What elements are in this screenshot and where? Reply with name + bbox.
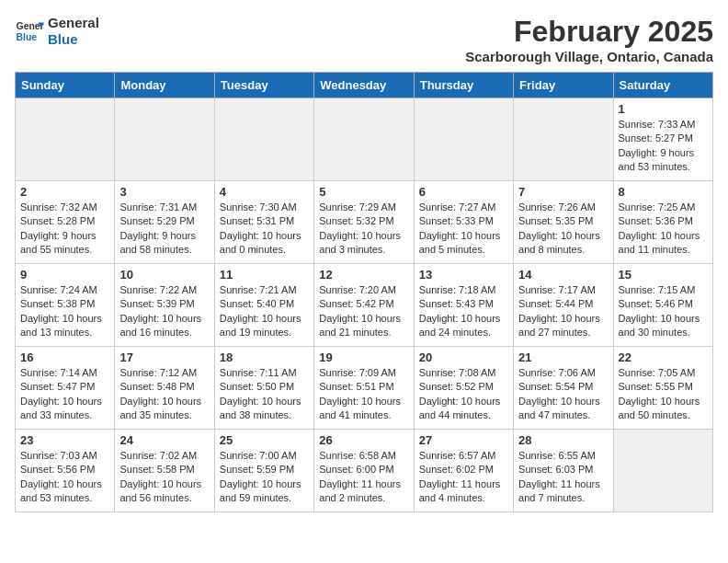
calendar-cell: 26Sunrise: 6:58 AM Sunset: 6:00 PM Dayli… bbox=[314, 430, 414, 512]
day-number: 2 bbox=[20, 185, 109, 199]
calendar-week-row: 9Sunrise: 7:24 AM Sunset: 5:38 PM Daylig… bbox=[16, 264, 713, 347]
month-title: February 2025 bbox=[465, 15, 713, 49]
day-number: 15 bbox=[619, 268, 708, 282]
day-number: 20 bbox=[419, 350, 508, 364]
calendar-cell: 14Sunrise: 7:17 AM Sunset: 5:44 PM Dayli… bbox=[514, 264, 613, 347]
svg-text:Blue: Blue bbox=[17, 32, 38, 42]
calendar-week-row: 1Sunrise: 7:33 AM Sunset: 5:27 PM Daylig… bbox=[16, 98, 713, 181]
day-info: Sunrise: 7:31 AM Sunset: 5:29 PM Dayligh… bbox=[119, 201, 209, 258]
weekday-header: Friday bbox=[514, 73, 613, 98]
day-number: 22 bbox=[619, 350, 708, 364]
day-info: Sunrise: 7:26 AM Sunset: 5:35 PM Dayligh… bbox=[518, 201, 608, 258]
day-number: 8 bbox=[619, 185, 708, 199]
weekday-header: Saturday bbox=[613, 73, 712, 98]
calendar-cell bbox=[514, 98, 613, 181]
calendar-cell bbox=[115, 98, 214, 181]
day-number: 27 bbox=[419, 433, 508, 447]
day-number: 3 bbox=[119, 185, 209, 199]
calendar-cell bbox=[16, 98, 115, 181]
weekday-header: Thursday bbox=[414, 73, 513, 98]
day-info: Sunrise: 7:02 AM Sunset: 5:58 PM Dayligh… bbox=[119, 449, 209, 506]
day-info: Sunrise: 7:05 AM Sunset: 5:55 PM Dayligh… bbox=[619, 366, 708, 423]
day-number: 21 bbox=[518, 350, 608, 364]
day-info: Sunrise: 7:09 AM Sunset: 5:51 PM Dayligh… bbox=[319, 366, 408, 423]
day-number: 10 bbox=[119, 268, 209, 282]
day-number: 19 bbox=[319, 350, 408, 364]
day-number: 4 bbox=[220, 185, 309, 199]
calendar-table: SundayMondayTuesdayWednesdayThursdayFrid… bbox=[15, 72, 713, 512]
day-number: 26 bbox=[319, 433, 408, 447]
calendar-week-row: 23Sunrise: 7:03 AM Sunset: 5:56 PM Dayli… bbox=[16, 430, 713, 512]
calendar-cell: 9Sunrise: 7:24 AM Sunset: 5:38 PM Daylig… bbox=[16, 264, 115, 347]
day-info: Sunrise: 7:29 AM Sunset: 5:32 PM Dayligh… bbox=[319, 201, 408, 258]
day-info: Sunrise: 7:30 AM Sunset: 5:31 PM Dayligh… bbox=[220, 201, 309, 258]
calendar-cell: 21Sunrise: 7:06 AM Sunset: 5:54 PM Dayli… bbox=[514, 347, 613, 430]
day-number: 23 bbox=[20, 433, 109, 447]
day-info: Sunrise: 7:20 AM Sunset: 5:42 PM Dayligh… bbox=[319, 283, 408, 340]
day-info: Sunrise: 7:17 AM Sunset: 5:44 PM Dayligh… bbox=[518, 283, 608, 340]
day-info: Sunrise: 7:32 AM Sunset: 5:28 PM Dayligh… bbox=[20, 201, 109, 258]
calendar-cell: 18Sunrise: 7:11 AM Sunset: 5:50 PM Dayli… bbox=[214, 347, 313, 430]
day-info: Sunrise: 6:57 AM Sunset: 6:02 PM Dayligh… bbox=[419, 449, 508, 506]
day-number: 17 bbox=[119, 350, 209, 364]
calendar-cell: 8Sunrise: 7:25 AM Sunset: 5:36 PM Daylig… bbox=[613, 181, 712, 264]
day-number: 11 bbox=[220, 268, 309, 282]
calendar-cell: 17Sunrise: 7:12 AM Sunset: 5:48 PM Dayli… bbox=[115, 347, 214, 430]
logo: General Blue General Blue bbox=[15, 15, 99, 48]
day-info: Sunrise: 7:06 AM Sunset: 5:54 PM Dayligh… bbox=[518, 366, 608, 423]
calendar-cell: 13Sunrise: 7:18 AM Sunset: 5:43 PM Dayli… bbox=[414, 264, 513, 347]
day-number: 6 bbox=[419, 185, 508, 199]
day-number: 1 bbox=[619, 102, 708, 116]
calendar-cell: 15Sunrise: 7:15 AM Sunset: 5:46 PM Dayli… bbox=[613, 264, 712, 347]
calendar-cell: 28Sunrise: 6:55 AM Sunset: 6:03 PM Dayli… bbox=[514, 430, 613, 512]
logo-blue: Blue bbox=[48, 31, 99, 48]
calendar-cell bbox=[314, 98, 414, 181]
day-info: Sunrise: 7:14 AM Sunset: 5:47 PM Dayligh… bbox=[20, 366, 109, 423]
calendar-cell: 25Sunrise: 7:00 AM Sunset: 5:59 PM Dayli… bbox=[214, 430, 313, 512]
calendar-cell: 27Sunrise: 6:57 AM Sunset: 6:02 PM Dayli… bbox=[414, 430, 513, 512]
title-block: February 2025 Scarborough Village, Ontar… bbox=[465, 15, 713, 64]
logo-icon: General Blue bbox=[15, 17, 44, 46]
calendar-cell: 1Sunrise: 7:33 AM Sunset: 5:27 PM Daylig… bbox=[613, 98, 712, 181]
calendar-cell: 11Sunrise: 7:21 AM Sunset: 5:40 PM Dayli… bbox=[214, 264, 313, 347]
day-number: 24 bbox=[119, 433, 209, 447]
calendar-cell: 10Sunrise: 7:22 AM Sunset: 5:39 PM Dayli… bbox=[115, 264, 214, 347]
day-info: Sunrise: 7:25 AM Sunset: 5:36 PM Dayligh… bbox=[619, 201, 708, 258]
calendar-cell: 20Sunrise: 7:08 AM Sunset: 5:52 PM Dayli… bbox=[414, 347, 513, 430]
calendar-cell: 12Sunrise: 7:20 AM Sunset: 5:42 PM Dayli… bbox=[314, 264, 414, 347]
day-info: Sunrise: 6:58 AM Sunset: 6:00 PM Dayligh… bbox=[319, 449, 408, 506]
day-number: 7 bbox=[518, 185, 608, 199]
weekday-header: Tuesday bbox=[214, 73, 313, 98]
day-info: Sunrise: 7:33 AM Sunset: 5:27 PM Dayligh… bbox=[619, 118, 708, 175]
weekday-header: Wednesday bbox=[314, 73, 414, 98]
calendar-cell bbox=[414, 98, 513, 181]
day-info: Sunrise: 7:27 AM Sunset: 5:33 PM Dayligh… bbox=[419, 201, 508, 258]
day-number: 14 bbox=[518, 268, 608, 282]
day-info: Sunrise: 7:03 AM Sunset: 5:56 PM Dayligh… bbox=[20, 449, 109, 506]
calendar-cell: 23Sunrise: 7:03 AM Sunset: 5:56 PM Dayli… bbox=[16, 430, 115, 512]
day-info: Sunrise: 7:15 AM Sunset: 5:46 PM Dayligh… bbox=[619, 283, 708, 340]
day-number: 28 bbox=[518, 433, 608, 447]
calendar-cell: 19Sunrise: 7:09 AM Sunset: 5:51 PM Dayli… bbox=[314, 347, 414, 430]
day-info: Sunrise: 7:08 AM Sunset: 5:52 PM Dayligh… bbox=[419, 366, 508, 423]
day-info: Sunrise: 7:21 AM Sunset: 5:40 PM Dayligh… bbox=[220, 283, 309, 340]
calendar-cell: 6Sunrise: 7:27 AM Sunset: 5:33 PM Daylig… bbox=[414, 181, 513, 264]
calendar-cell: 24Sunrise: 7:02 AM Sunset: 5:58 PM Dayli… bbox=[115, 430, 214, 512]
day-info: Sunrise: 7:22 AM Sunset: 5:39 PM Dayligh… bbox=[119, 283, 209, 340]
day-number: 9 bbox=[20, 268, 109, 282]
weekday-header-row: SundayMondayTuesdayWednesdayThursdayFrid… bbox=[16, 73, 713, 98]
calendar-cell: 16Sunrise: 7:14 AM Sunset: 5:47 PM Dayli… bbox=[16, 347, 115, 430]
calendar-cell bbox=[214, 98, 313, 181]
weekday-header: Monday bbox=[115, 73, 214, 98]
day-number: 5 bbox=[319, 185, 408, 199]
day-info: Sunrise: 7:00 AM Sunset: 5:59 PM Dayligh… bbox=[220, 449, 309, 506]
day-info: Sunrise: 6:55 AM Sunset: 6:03 PM Dayligh… bbox=[518, 449, 608, 506]
day-number: 18 bbox=[220, 350, 309, 364]
logo-general: General bbox=[48, 15, 99, 31]
calendar-cell: 4Sunrise: 7:30 AM Sunset: 5:31 PM Daylig… bbox=[214, 181, 313, 264]
location: Scarborough Village, Ontario, Canada bbox=[465, 49, 713, 64]
day-number: 12 bbox=[319, 268, 408, 282]
day-number: 16 bbox=[20, 350, 109, 364]
calendar-cell: 2Sunrise: 7:32 AM Sunset: 5:28 PM Daylig… bbox=[16, 181, 115, 264]
calendar-week-row: 2Sunrise: 7:32 AM Sunset: 5:28 PM Daylig… bbox=[16, 181, 713, 264]
